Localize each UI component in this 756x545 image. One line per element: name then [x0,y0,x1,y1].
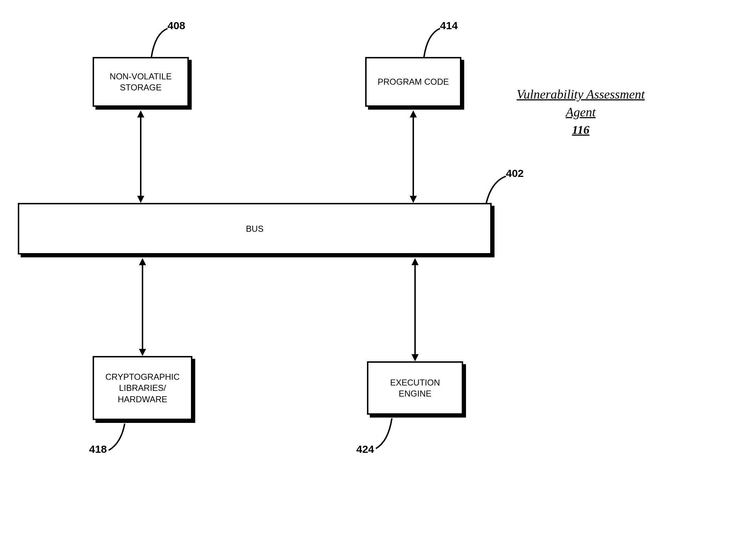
bus-label: BUS [246,223,263,234]
title-line1: Vulnerability Assessment [506,85,656,103]
nonvolatile-label: NON-VOLATILE STORAGE [110,71,172,93]
bus-box: BUS [18,203,492,255]
diagram-title: Vulnerability Assessment Agent 116 [506,85,656,138]
ref-curve-414 [422,27,444,59]
crypto-label: CRYPTOGRAPHIC LIBRARIES/ HARDWARE [105,371,180,405]
execution-label: EXECUTION ENGINE [390,377,440,399]
ref-curve-424 [374,416,395,450]
ref-curve-408 [150,27,171,59]
title-line2: Agent [506,103,656,121]
ref-424: 424 [356,443,374,455]
crypto-box: CRYPTOGRAPHIC LIBRARIES/ HARDWARE [93,356,192,420]
nonvolatile-storage-box: NON-VOLATILE STORAGE [93,57,189,107]
ref-curve-418 [107,422,128,452]
title-ref: 116 [506,121,656,138]
execution-box: EXECUTION ENGINE [367,361,463,415]
ref-curve-402 [485,174,509,205]
program-code-box: PROGRAM CODE [365,57,461,107]
programcode-label: PROGRAM CODE [378,76,449,87]
ref-418: 418 [89,443,107,455]
